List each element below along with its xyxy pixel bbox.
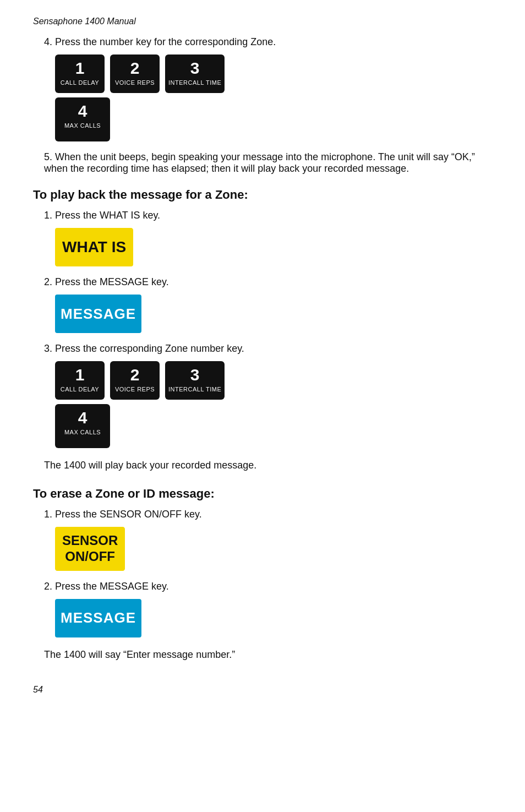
key-3-intercall-time: 3 INTERCALL TIME — [165, 55, 225, 93]
playback-step2-text: 2. Press the MESSAGE key. — [44, 276, 492, 288]
pb-key-3-intercall-time: 3 INTERCALL TIME — [165, 361, 225, 400]
pb-key-2-voice-reps: 2 VOICE REPS — [110, 361, 160, 400]
playback-keys-row2: 4 MAX CALLS — [55, 404, 492, 448]
erase-step2-text: 2. Press the MESSAGE key. — [44, 581, 492, 592]
message-key-2-label: MESSAGE — [61, 609, 136, 626]
key-1-label: CALL DELAY — [61, 79, 99, 86]
key-3-label: INTERCALL TIME — [168, 79, 221, 86]
pb-key-4-number: 4 — [78, 408, 88, 427]
section-erase-heading: To erase a Zone or ID message: — [33, 487, 492, 501]
key-1-call-delay: 1 CALL DELAY — [55, 55, 105, 93]
pb-key-3-label: INTERCALL TIME — [168, 386, 221, 393]
sensor-key-block: SENSORON/OFF — [55, 527, 492, 571]
pb-key-1-number: 1 — [75, 366, 85, 384]
step4-keys-row2: 4 MAX CALLS — [55, 97, 492, 141]
pb-key-2-label: VOICE REPS — [115, 386, 155, 393]
playback-step1-text: 1. Press the WHAT IS key. — [44, 210, 492, 221]
key-2-voice-reps: 2 VOICE REPS — [110, 55, 160, 93]
playback-result-text: The 1400 will play back your recorded me… — [44, 458, 492, 473]
erase-result-text: The 1400 will say “Enter message number.… — [44, 647, 492, 663]
step4-text: 4. Press the number key for the correspo… — [44, 36, 492, 48]
step-5: 5. When the unit beeps, begin speaking y… — [44, 151, 492, 175]
section-playback-heading: To play back the message for a Zone: — [33, 188, 492, 202]
key-1-number: 1 — [75, 59, 85, 77]
message-key-block-2: MESSAGE — [55, 599, 492, 637]
pb-key-4-max-calls: 4 MAX CALLS — [55, 404, 110, 448]
playback-step3-text: 3. Press the corresponding Zone number k… — [44, 343, 492, 355]
key-2-label: VOICE REPS — [115, 79, 155, 86]
key-4-max-calls: 4 MAX CALLS — [55, 97, 110, 141]
pb-key-1-label: CALL DELAY — [61, 386, 99, 393]
pb-key-4-label: MAX CALLS — [64, 429, 101, 436]
whatis-key: WHAT IS — [55, 228, 133, 266]
message-key-block-1: MESSAGE — [55, 295, 492, 333]
key-3-number: 3 — [190, 59, 200, 77]
key-4-label: MAX CALLS — [64, 122, 101, 129]
key-4-number: 4 — [78, 102, 88, 120]
playback-keys-row1: 1 CALL DELAY 2 VOICE REPS 3 INTERCALL TI… — [55, 361, 492, 400]
whatis-key-label: WHAT IS — [62, 238, 126, 256]
message-key-1-label: MESSAGE — [61, 306, 136, 323]
message-key-2: MESSAGE — [55, 599, 141, 637]
playback-step1: 1. Press the WHAT IS key. WHAT IS — [44, 210, 492, 266]
playback-step3-keys: 1 CALL DELAY 2 VOICE REPS 3 INTERCALL TI… — [55, 361, 492, 448]
sensor-key-label: SENSORON/OFF — [62, 533, 118, 565]
step4-keys: 1 CALL DELAY 2 VOICE REPS 3 INTERCALL TI… — [55, 55, 492, 141]
erase-step2: 2. Press the MESSAGE key. MESSAGE — [44, 581, 492, 637]
pb-key-1-call-delay: 1 CALL DELAY — [55, 361, 105, 400]
manual-title: Sensaphone 1400 Manual — [33, 17, 492, 26]
whatis-key-block: WHAT IS — [55, 228, 492, 266]
erase-step1-text: 1. Press the SENSOR ON/OFF key. — [44, 509, 492, 520]
sensor-key: SENSORON/OFF — [55, 527, 125, 571]
playback-step2: 2. Press the MESSAGE key. MESSAGE — [44, 276, 492, 333]
message-key-1: MESSAGE — [55, 295, 141, 333]
key-2-number: 2 — [130, 59, 140, 77]
page-number: 54 — [33, 685, 492, 695]
playback-step3: 3. Press the corresponding Zone number k… — [44, 343, 492, 448]
erase-step1: 1. Press the SENSOR ON/OFF key. SENSORON… — [44, 509, 492, 571]
pb-key-2-number: 2 — [130, 366, 140, 384]
step4-keys-row1: 1 CALL DELAY 2 VOICE REPS 3 INTERCALL TI… — [55, 55, 492, 93]
pb-key-3-number: 3 — [190, 366, 200, 384]
step-4: 4. Press the number key for the correspo… — [44, 36, 492, 141]
step5-text: 5. When the unit beeps, begin speaking y… — [44, 151, 492, 175]
